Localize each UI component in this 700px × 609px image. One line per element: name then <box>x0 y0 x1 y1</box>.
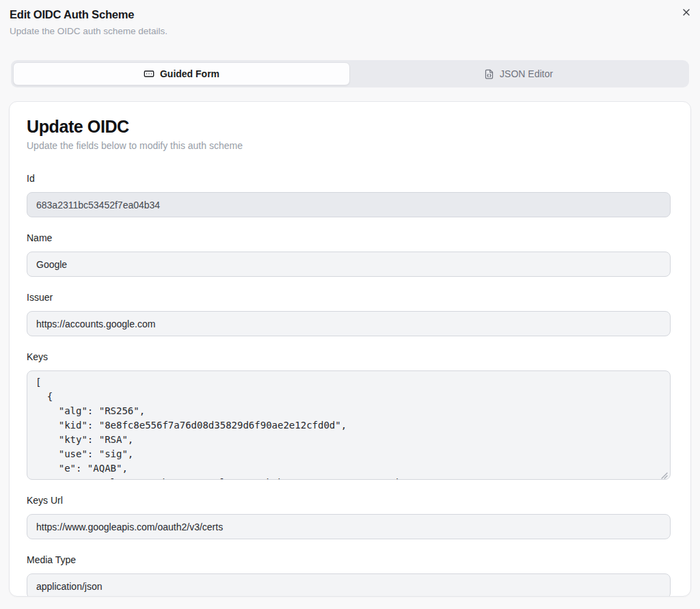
dialog-subtitle: Update the OIDC auth scheme details. <box>10 26 689 36</box>
file-json-icon <box>484 69 494 79</box>
keys-textarea[interactable]: [ { "alg": "RS256", "kid": "8e8fc8e556f7… <box>27 370 671 480</box>
rectangle-ellipsis-icon <box>144 68 154 79</box>
close-button[interactable] <box>677 3 695 21</box>
name-input[interactable] <box>27 252 671 277</box>
tab-json-editor-label: JSON Editor <box>500 68 553 79</box>
id-label: Id <box>27 173 671 184</box>
field-media-type: Media Type <box>27 554 671 597</box>
tab-guided-form-label: Guided Form <box>160 68 219 79</box>
field-keys: Keys [ { "alg": "RS256", "kid": "8e8fc8e… <box>27 351 671 480</box>
issuer-input[interactable] <box>27 311 671 336</box>
tab-json-editor[interactable]: JSON Editor <box>350 62 687 85</box>
name-label: Name <box>27 232 671 243</box>
tab-bar: Guided Form JSON Editor <box>11 60 689 87</box>
field-keys-url: Keys Url <box>27 495 671 539</box>
keys-label: Keys <box>27 351 671 362</box>
issuer-label: Issuer <box>27 292 671 303</box>
field-name: Name <box>27 232 671 277</box>
media-type-input[interactable] <box>27 573 671 597</box>
update-oidc-card: Update OIDC Update the fields below to m… <box>9 101 691 597</box>
form-description: Update the fields below to modify this a… <box>27 140 671 151</box>
keys-url-label: Keys Url <box>27 495 671 506</box>
field-issuer: Issuer <box>27 292 671 336</box>
media-type-label: Media Type <box>27 554 671 565</box>
tab-guided-form[interactable]: Guided Form <box>13 62 350 85</box>
dialog-header: Edit OIDC Auth Scheme Update the OIDC au… <box>0 0 700 36</box>
dialog-title: Edit OIDC Auth Scheme <box>10 8 689 21</box>
form-heading: Update OIDC <box>27 117 671 137</box>
close-icon <box>681 7 692 18</box>
keys-url-input[interactable] <box>27 514 671 539</box>
id-input[interactable] <box>27 192 671 217</box>
field-id: Id <box>27 173 671 217</box>
